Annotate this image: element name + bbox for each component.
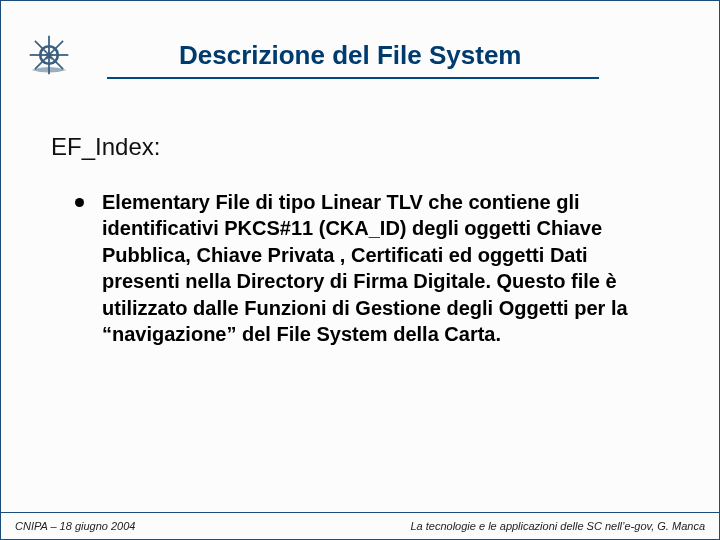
title-wrap: Descrizione del File System xyxy=(89,40,719,79)
svg-line-5 xyxy=(35,41,49,55)
bullet-dot-icon xyxy=(75,198,84,207)
bullet-item: Elementary File di tipo Linear TLV che c… xyxy=(51,189,669,347)
bullet-text: Elementary File di tipo Linear TLV che c… xyxy=(102,189,642,347)
slide-footer: CNIPA – 18 giugno 2004 La tecnologie e l… xyxy=(1,512,719,539)
slide-content: EF_Index: Elementary File di tipo Linear… xyxy=(1,79,719,347)
svg-line-6 xyxy=(49,41,63,55)
footer-right: La tecnologie e le applicazioni delle SC… xyxy=(410,520,705,532)
slide-header: Descrizione del File System xyxy=(1,1,719,79)
italian-republic-emblem-icon xyxy=(19,31,79,79)
footer-left: CNIPA – 18 giugno 2004 xyxy=(15,520,135,532)
slide-title: Descrizione del File System xyxy=(89,40,719,71)
title-separator xyxy=(107,77,599,79)
section-heading: EF_Index: xyxy=(51,133,669,161)
